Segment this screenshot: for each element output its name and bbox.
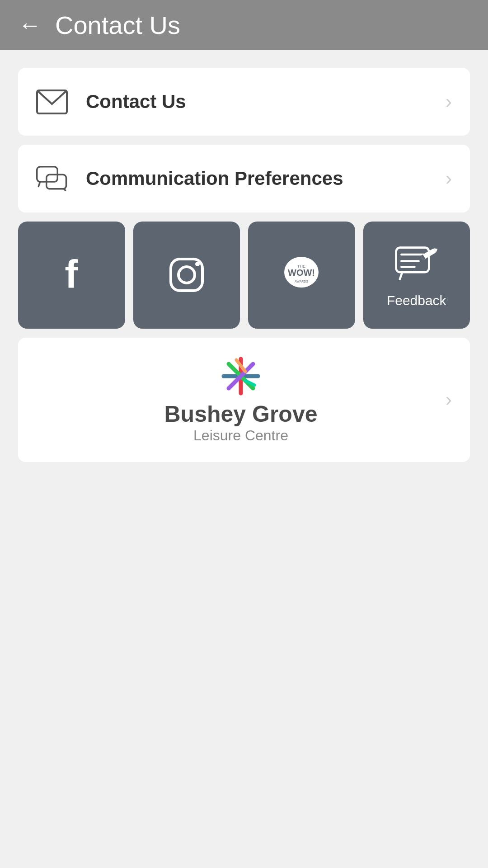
svg-text:f: f xyxy=(65,252,79,296)
venue-name: Bushey Grove Leisure Centre xyxy=(164,401,317,444)
feedback-label: Feedback xyxy=(387,293,446,308)
svg-text:WOW!: WOW! xyxy=(288,268,315,278)
svg-rect-14 xyxy=(396,248,429,273)
feedback-button[interactable]: Feedback xyxy=(363,222,470,329)
venue-logo: Bushey Grove Leisure Centre xyxy=(36,356,446,444)
chat-icon xyxy=(36,163,68,194)
page-title: Contact Us xyxy=(55,10,180,40)
facebook-button[interactable]: f xyxy=(18,222,125,329)
svg-line-2 xyxy=(38,182,40,187)
svg-text:THE: THE xyxy=(297,264,305,269)
envelope-icon xyxy=(36,86,68,118)
contact-us-label: Contact Us xyxy=(86,91,427,113)
back-button[interactable]: ← xyxy=(18,13,42,37)
venue-card[interactable]: Bushey Grove Leisure Centre › xyxy=(18,338,470,462)
svg-text:AWARDS: AWARDS xyxy=(295,280,309,283)
app-header: ← Contact Us xyxy=(0,0,488,50)
svg-line-4 xyxy=(64,189,66,190)
venue-chevron: › xyxy=(446,389,452,410)
instagram-button[interactable] xyxy=(133,222,240,329)
social-grid: f WOW! THE AWARDS xyxy=(18,222,470,329)
comm-prefs-chevron: › xyxy=(446,168,452,189)
contact-us-item[interactable]: Contact Us › xyxy=(18,68,470,136)
comm-prefs-label: Communication Preferences xyxy=(86,168,427,189)
svg-line-18 xyxy=(399,272,402,279)
communication-preferences-item[interactable]: Communication Preferences › xyxy=(18,145,470,212)
wow-awards-button[interactable]: WOW! THE AWARDS xyxy=(248,222,355,329)
contact-us-chevron: › xyxy=(446,91,452,113)
svg-point-8 xyxy=(195,262,200,266)
main-content: Contact Us › Communication Preferences ›… xyxy=(0,50,488,480)
svg-point-7 xyxy=(178,267,195,283)
